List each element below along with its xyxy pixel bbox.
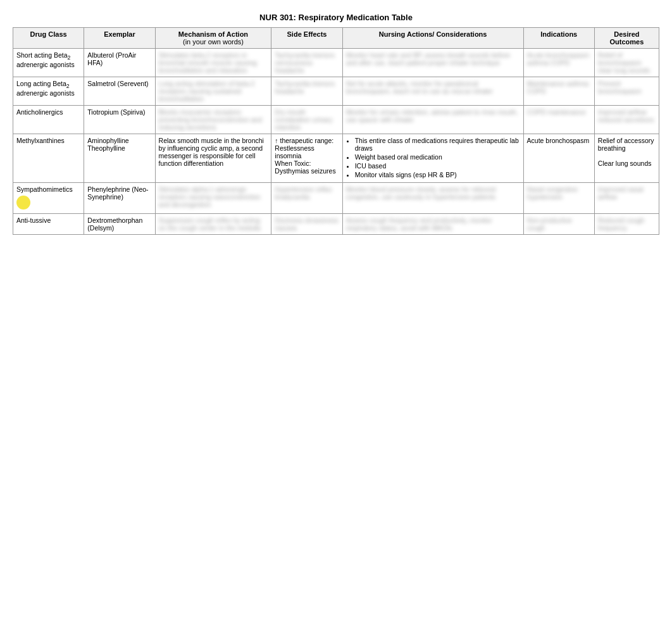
- cell-indications: Non-productive cough: [523, 214, 594, 235]
- medication-table: Drug Class Exemplar Mechanism of Action(…: [13, 27, 659, 235]
- cell-exemplar: Dextromethorphan (Delsym): [84, 214, 155, 235]
- cell-indications: Nasal congestion hypotension: [523, 183, 594, 214]
- cell-moa: Blocks muscarinic receptors preventing b…: [155, 106, 271, 134]
- header-nursing: Nursing Actions/ Considerations: [342, 28, 523, 49]
- nursing-bullet: This entire class of medications require…: [355, 137, 520, 152]
- cell-exemplar: Albuterol (ProAir HFA): [84, 49, 155, 77]
- cell-exemplar: Phenylephrine (Neo-Synephrine): [84, 183, 155, 214]
- cell-nursing: Monitor for urinary retention, advise pa…: [342, 106, 523, 134]
- cell-exemplar: Aminophylline Theophylline: [84, 134, 155, 183]
- cell-desired-outcomes: Reduced cough frequency: [594, 214, 659, 235]
- nursing-bullet: Monitor vitals signs (esp HR & BP): [355, 171, 520, 178]
- header-drug-class: Drug Class: [13, 28, 84, 49]
- cell-moa: Relax smooth muscle in the bronchi by in…: [155, 134, 271, 183]
- cell-indications: Acute bronchospasm asthma COPD: [523, 49, 594, 77]
- cell-drug-class: Anticholinergics: [13, 106, 84, 134]
- header-side-effects: Side Effects: [271, 28, 342, 49]
- page-title: NUR 301: Respiratory Medication Table: [13, 13, 659, 22]
- cell-drug-class: Anti-tussive: [13, 214, 84, 235]
- header-desired: DesiredOutcomes: [594, 28, 659, 49]
- cell-side-effects: ↑ therapeutic range: Restlessness insomn…: [271, 134, 342, 183]
- cell-nursing: Monitor heart rate and BP, assess breath…: [342, 49, 523, 77]
- cell-indications: Maintenance asthma COPD: [523, 77, 594, 106]
- cell-nursing: This entire class of medications require…: [342, 134, 523, 183]
- cell-desired-outcomes: Improved airflow reduced secretions: [594, 106, 659, 134]
- cell-exemplar: Tiotropium (Spiriva): [84, 106, 155, 134]
- cell-side-effects: Tachycardia tremors headache: [271, 77, 342, 106]
- cell-desired-outcomes: Improved nasal airflow: [594, 183, 659, 214]
- cell-side-effects: Hypertension reflex bradycardia: [271, 183, 342, 214]
- header-indications: Indications: [523, 28, 594, 49]
- cell-moa: Long acting stimulation of beta-2 recept…: [155, 77, 271, 106]
- nursing-bullet: ICU based: [355, 162, 520, 170]
- cell-indications: COPD maintenance: [523, 106, 594, 134]
- cell-moa: Stimulates beta-2 receptors in bronchial…: [155, 49, 271, 77]
- cell-drug-class: Sympathomimetics: [13, 183, 84, 214]
- header-exemplar: Exemplar: [84, 28, 155, 49]
- header-moa: Mechanism of Action(in your own words): [155, 28, 271, 49]
- cell-drug-class: Long acting Beta2 adrenergic agonists: [13, 77, 84, 106]
- cell-indications: Acute bronchospasm: [523, 134, 594, 183]
- cell-desired-outcomes: Relief of accessory breathing Clear lung…: [594, 134, 659, 183]
- cell-drug-class: Methylxanthines: [13, 134, 84, 183]
- cell-side-effects: Dry mouth constipation urinary retention: [271, 106, 342, 134]
- cell-drug-class: Short acting Beta2 adrenergic agonists: [13, 49, 84, 77]
- cell-moa: Stimulates alpha-1 adrenergic receptors …: [155, 183, 271, 214]
- nursing-bullet: Weight based oral medication: [355, 153, 520, 161]
- cell-side-effects: Tachycardia tremors nervousness headache: [271, 49, 342, 77]
- yellow-circle: [16, 196, 30, 210]
- cell-desired-outcomes: Relief of bronchospasm clear lung sounds: [594, 49, 659, 77]
- cell-moa: Suppresses cough reflex by acting on the…: [155, 214, 271, 235]
- cell-nursing: Assess cough frequency and productivity,…: [342, 214, 523, 235]
- cell-exemplar: Salmetrol (Serevent): [84, 77, 155, 106]
- cell-nursing: Not for acute attacks, monitor for parad…: [342, 77, 523, 106]
- cell-nursing: Monitor blood pressure closely, assess f…: [342, 183, 523, 214]
- cell-side-effects: Dizziness drowsiness nausea: [271, 214, 342, 235]
- cell-desired-outcomes: Prevent bronchospasm: [594, 77, 659, 106]
